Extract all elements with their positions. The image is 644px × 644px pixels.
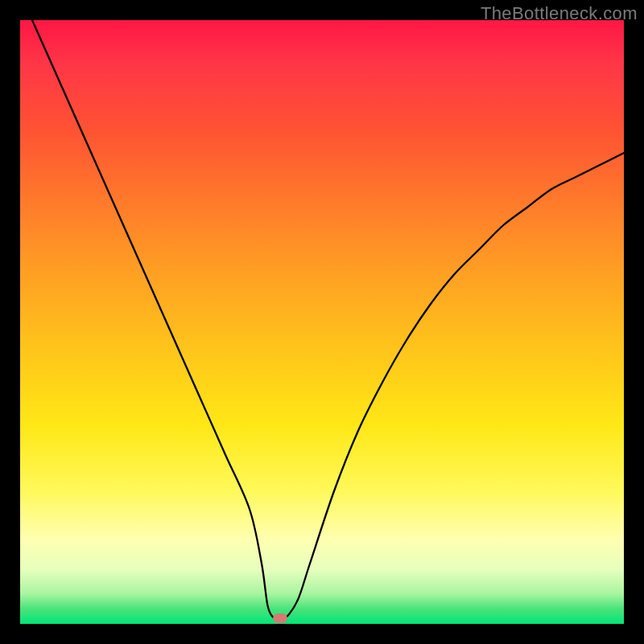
bottleneck-curve [20,20,624,624]
optimal-point-marker [273,613,287,623]
chart-frame [20,20,624,624]
watermark-text: TheBottleneck.com [481,3,638,24]
